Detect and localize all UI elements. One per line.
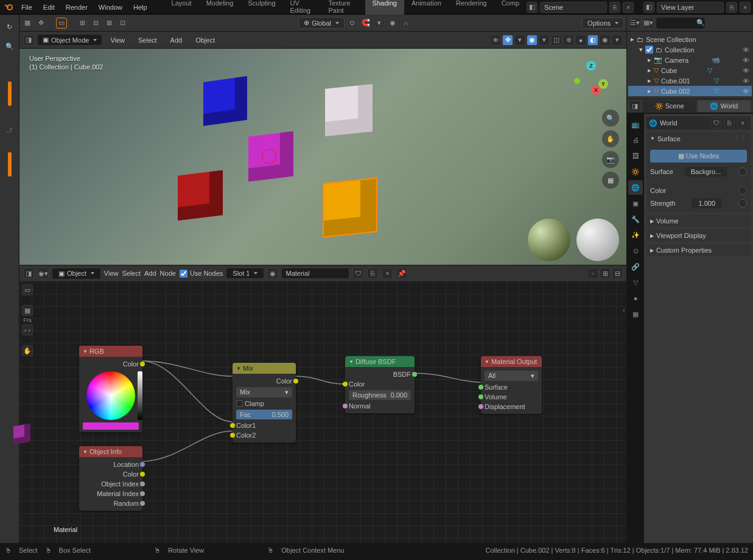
material-browse-icon[interactable]: ◉ [267,268,278,279]
snap-set-3-icon[interactable]: ⊠ [103,18,114,29]
fake-user-icon[interactable]: 🛡 [352,268,363,279]
outliner-display-icon[interactable]: ▦▾ [643,18,654,29]
volume-panel-header[interactable]: ▶Volume [646,215,751,227]
axis-neg-icon[interactable] [574,78,580,84]
strength-link-icon[interactable] [738,199,747,208]
node-misc-icon[interactable]: ⊟ [612,268,623,279]
node-menu-view[interactable]: View [104,270,119,277]
node-pan-icon[interactable]: ✋ [22,345,33,356]
viewlayer-browse-icon[interactable]: ◧ [643,2,654,13]
outliner-item-cube-002[interactable]: ▸▽Cube.002▽👁 [628,86,752,96]
pan-icon[interactable]: ✋ [602,130,619,147]
unlink-material-icon[interactable]: × [382,268,393,279]
node-rgb[interactable]: ▼RGB Color [79,346,142,432]
mesh-data-icon[interactable]: ▽ [707,66,712,74]
snap-type-icon[interactable]: ▾ [374,18,385,29]
tab-world[interactable]: 🌐 World [698,100,751,112]
outliner-item-cube[interactable]: ▸▽Cube▽👁 [628,65,752,75]
sidebar-toggle-icon[interactable]: ‹ [623,79,625,86]
eye-icon[interactable]: 👁 [743,88,749,95]
outliner-item-camera[interactable]: ▸📷Camera📹👁 [628,55,752,65]
delete-scene-icon[interactable]: × [623,2,634,13]
eye-icon[interactable]: 👁 [743,77,749,85]
prop-tab-physics-icon[interactable]: ⊙ [628,243,643,258]
strength-value[interactable]: 1.000 [692,198,722,208]
delete-viewlayer-icon[interactable]: × [740,2,751,13]
tab-scene[interactable]: 🔆 Scene [643,100,696,112]
viewlayer-name-field[interactable]: View Layer [657,2,724,13]
cube-white[interactable] [325,84,373,136]
camera-view-icon[interactable]: 📷 [602,151,619,168]
tool-search-icon[interactable]: 🔍 [1,38,18,55]
use-nodes-button[interactable]: ▦ Use Nodes [650,150,747,163]
fac-slider[interactable]: Fac0.500 [236,410,292,419]
node-sidebar-toggle-icon[interactable]: ‹ [623,306,625,313]
overlay-dropdown-icon[interactable]: ▾ [539,35,550,46]
output-target-dropdown[interactable]: All▾ [485,371,538,381]
eye-icon[interactable]: 👁 [743,46,749,54]
new-world-icon[interactable]: ⎘ [724,117,735,128]
zoom-icon[interactable]: 🔍 [602,110,619,127]
shading-rendered-icon[interactable]: ◉ [600,35,611,46]
cube-blue[interactable] [203,76,247,126]
new-scene-icon[interactable]: ⎘ [609,2,620,13]
custom-props-panel-header[interactable]: ▶Custom Properties [646,244,751,256]
menu-render[interactable]: Render [61,2,93,13]
eye-icon[interactable]: 👁 [743,57,749,64]
cube-orange-selected[interactable] [324,178,376,236]
prop-tab-world-icon[interactable]: 🌐 [628,180,643,195]
node-menu-select[interactable]: Select [122,270,141,277]
material-slot-dropdown[interactable]: Slot 1 [226,268,264,278]
gizmo-dropdown-icon[interactable]: ▾ [514,35,525,46]
shading-preview-icon[interactable]: ◐ [587,35,598,46]
node-context-dropdown[interactable]: ▣ Object [52,268,100,279]
fake-user-btn-icon[interactable]: 🛡 [710,117,721,128]
outliner-item-cube-001[interactable]: ▸▽Cube.001▽👁 [628,75,752,86]
cube-red[interactable] [178,170,223,220]
perspective-toggle-icon[interactable]: ▦ [602,172,619,189]
node-menu-node[interactable]: Node [160,270,176,277]
shader-type-icon[interactable]: ◉▾ [38,268,49,279]
tool-item-1[interactable] [8,82,12,106]
options-dropdown[interactable]: Options [582,18,624,29]
camera-data-icon[interactable]: 📹 [712,56,720,64]
gizmo-toggle-icon[interactable]: ✥ [502,35,513,46]
prop-tab-output-icon[interactable]: 🖨 [628,133,643,147]
3d-viewport[interactable]: User Perspective (1) Collection | Cube.0… [19,49,626,265]
scene-name-field[interactable]: Scene [540,2,607,13]
prop-tab-modifier-icon[interactable]: 🔧 [628,212,643,226]
clamp-checkbox[interactable]: Clamp [236,400,264,407]
axis-z-icon[interactable]: Z [586,61,596,71]
mix-blend-dropdown[interactable]: Mix▾ [236,387,292,397]
tool-item-2[interactable] [8,152,12,177]
shading-solid-icon[interactable]: ● [575,35,586,46]
roughness-slider[interactable]: Roughness0.000 [349,390,411,400]
material-name-field[interactable]: Material [282,268,349,278]
prop-tab-scene-icon[interactable]: 🔆 [628,164,643,179]
snap-set-4-icon[interactable]: ⊡ [117,18,128,29]
outliner-editor-icon[interactable]: ☰▾ [629,18,640,29]
shading-dropdown-icon[interactable]: ▾ [612,35,623,46]
new-viewlayer-icon[interactable]: ⎘ [726,2,737,13]
prop-tab-texture-icon[interactable]: ▦ [628,307,643,321]
prop-tab-constraint-icon[interactable]: 🔗 [628,259,643,274]
pin-icon[interactable]: 📌 [396,268,407,279]
world-datablock-field[interactable]: 🌐 World 🛡 ⎘ × [646,116,751,130]
node-select-tool-icon[interactable]: ▭ [22,284,33,295]
menu-help[interactable]: Help [128,2,152,13]
proportional-icon[interactable]: ◉ [387,18,398,29]
cursor-tool-icon[interactable]: ✥ [35,18,46,29]
node-snap-icon[interactable]: ⊞ [600,268,611,279]
xray-icon[interactable]: ◫ [551,35,562,46]
viewport-menu-add[interactable]: Add [166,35,187,46]
prop-tab-particle-icon[interactable]: ✨ [628,228,643,242]
prop-tab-object-icon[interactable]: ▣ [628,196,643,211]
mesh-data-icon[interactable]: ▽ [714,77,719,85]
interaction-mode-dropdown[interactable]: ▣ Object Mode [38,35,102,45]
surface-link-icon[interactable] [738,167,747,176]
tool-rotate-icon[interactable]: ↻ [1,18,18,35]
surface-type-value[interactable]: Backgro... [685,167,727,177]
gray-sphere-icon[interactable] [576,219,619,261]
node-diffuse-bsdf[interactable]: ▼Diffuse BSDF BSDF Color Roughness0.000 … [345,356,415,413]
surface-panel-header[interactable]: ▼Surface⋮⋮ [646,132,751,145]
